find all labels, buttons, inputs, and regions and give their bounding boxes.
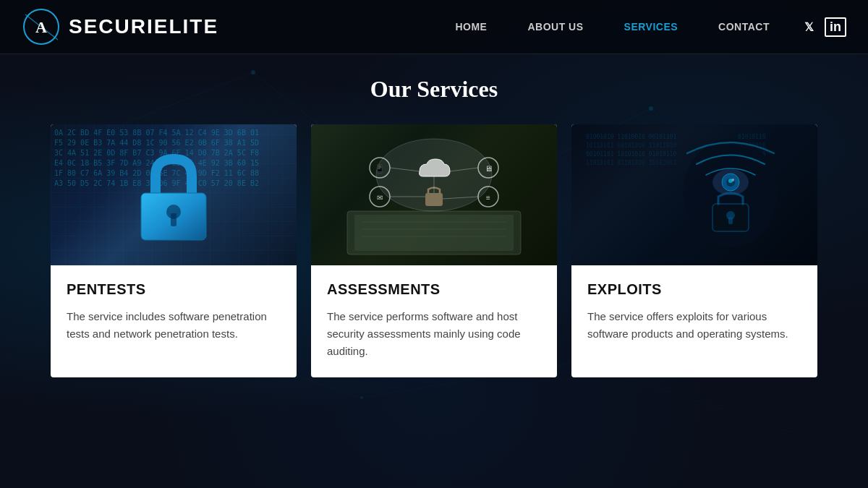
card-desc-exploits: The service offers exploits for various … [587,308,801,343]
cards-grid: 0A 2C BD 4F E0 53 8B 07 F4 5A 12 C4 9E 3… [43,124,825,377]
nav-links: HOME ABOUT US SERVICES CONTACT [435,0,790,54]
svg-text:🖥: 🖥 [485,164,493,173]
nav-home[interactable]: HOME [435,0,507,54]
svg-text:01001010 11010010 00101101: 01001010 11010010 00101101 [586,134,676,140]
brand-name: SECURIELITE [69,15,218,38]
nav-about[interactable]: ABOUT US [507,0,603,54]
card-image-exploits: 01001010 11010010 00101101 10110101 0010… [571,124,817,265]
nav-services[interactable]: SERVICES [604,0,699,54]
card-desc-pentests: The service includes software penetratio… [67,308,281,343]
svg-point-16 [360,396,363,399]
card-body-exploits: EXPLOITS The service offers exploits for… [571,265,817,360]
card-title-assessments: ASSESSMENTS [327,281,541,298]
nav-social: 𝕏 in [797,17,846,37]
svg-text:11010101 01101010 10101001: 11010101 01101010 10101001 [586,160,676,166]
card-desc-assessments: The service performs software and host s… [327,308,541,360]
card-body-assessments: ASSESSMENTS The service performs softwar… [311,265,557,377]
svg-text:📱: 📱 [375,163,385,174]
nav-contact[interactable]: CONTACT [698,0,790,54]
service-card-pentests: 0A 2C BD 4F E0 53 8B 07 F4 5A 12 C4 9E 3… [51,124,297,377]
card-body-pentests: PENTESTS The service includes software p… [51,265,297,360]
svg-rect-23 [171,213,176,226]
svg-text:00101101 10101010 01010110: 00101101 10101010 01010110 [586,151,676,158]
card-title-exploits: EXPLOITS [587,281,801,298]
card-image-assessments: 📱 🖥 ✉ ≡ [311,124,557,265]
svg-text:≡: ≡ [486,194,490,202]
svg-rect-25 [354,215,514,251]
navbar: A SECURIELITE HOME ABOUT US SERVICES CON… [0,0,868,54]
svg-text:10110101 00101010 11011010: 10110101 00101010 11011010 [586,142,676,149]
logo-icon: A [22,7,61,47]
section-title: Our Services [43,76,825,103]
main-content: Our Services 0A 2C BD 4F E0 53 8B 07 F4 … [0,54,868,392]
card-image-pentests: 0A 2C BD 4F E0 53 8B 07 F4 5A 12 C4 9E 3… [51,124,297,265]
service-card-exploits: 01001010 11010010 00101101 10110101 0010… [571,124,817,377]
card-title-pentests: PENTESTS [67,281,281,298]
svg-rect-59 [728,217,733,224]
svg-text:A: A [35,18,47,36]
linkedin-icon[interactable]: in [825,17,846,37]
svg-text:✉: ✉ [377,194,383,202]
svg-text:01010110: 01010110 [738,134,766,140]
twitter-icon[interactable]: 𝕏 [804,20,814,34]
exploits-visual: 01001010 11010010 00101101 10110101 0010… [571,124,817,265]
service-card-assessments: 📱 🖥 ✉ ≡ [311,124,557,377]
assessments-visual: 📱 🖥 ✉ ≡ [311,124,557,265]
svg-point-56 [728,179,733,183]
logo-area[interactable]: A SECURIELITE [22,7,218,47]
svg-rect-38 [425,193,443,206]
padlock-icon [130,148,217,242]
